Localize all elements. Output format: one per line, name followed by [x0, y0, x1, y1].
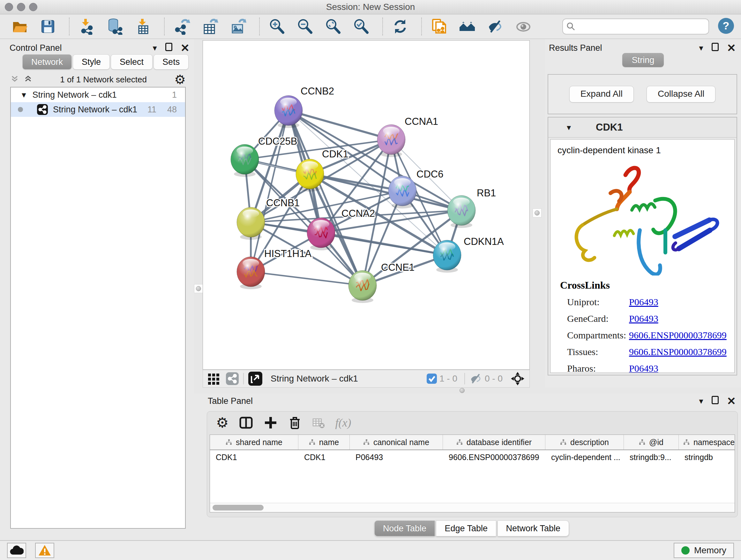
- column-header-canonical-name[interactable]: canonical name: [350, 435, 443, 449]
- collapse-all-button[interactable]: Collapse All: [647, 86, 716, 103]
- zoom-in-icon[interactable]: [268, 17, 286, 36]
- results-panel-close-icon[interactable]: ✕: [727, 44, 736, 52]
- table-horizontal-scrollbar[interactable]: [210, 503, 735, 512]
- show-all-icon[interactable]: [515, 17, 532, 36]
- network-node-CCNE1[interactable]: [348, 270, 377, 303]
- table-cell[interactable]: CDK1: [210, 450, 298, 465]
- table-options-gear-icon[interactable]: ⚙: [216, 416, 228, 429]
- gene-expander-icon[interactable]: ▾: [567, 123, 571, 132]
- results-panel-float-icon[interactable]: [712, 43, 719, 53]
- import-network-file-icon[interactable]: [78, 17, 96, 36]
- tab-node-table[interactable]: Node Table: [374, 520, 435, 537]
- network-options-gear-icon[interactable]: ⚙: [174, 73, 186, 86]
- splitter-handle[interactable]: [196, 286, 201, 291]
- network-graph[interactable]: CCNB2CCNA1CDC25BCDK1CDC6RB1CCNB1CCNA2CDK…: [203, 41, 529, 369]
- warnings-button[interactable]: [35, 543, 54, 558]
- network-node-CDK1[interactable]: [296, 159, 324, 192]
- column-header-description[interactable]: description: [545, 435, 624, 449]
- network-canvas[interactable]: CCNB2CCNA1CDC25BCDK1CDC6RB1CCNB1CCNA2CDK…: [203, 40, 530, 370]
- show-columns-icon[interactable]: [239, 415, 253, 430]
- results-panel-menu-icon[interactable]: ▾: [699, 43, 703, 53]
- tab-network[interactable]: Network: [22, 54, 72, 70]
- duplicate-network-icon[interactable]: [430, 17, 448, 36]
- network-edge-CCNB2-HIST1H1A[interactable]: [251, 111, 288, 272]
- network-overview-icon[interactable]: [226, 372, 239, 385]
- table-cell[interactable]: P06493: [350, 450, 443, 465]
- export-network-icon[interactable]: [173, 17, 191, 36]
- node-table[interactable]: shared namenamecanonical namedatabase id…: [210, 435, 735, 512]
- import-table-icon[interactable]: [134, 17, 152, 36]
- control-panel-close-icon[interactable]: ✕: [181, 44, 190, 52]
- table-cell[interactable]: 9606.ENSP00000378699: [443, 450, 545, 465]
- column-header-name[interactable]: name: [298, 435, 350, 449]
- network-node-CCNB2[interactable]: [274, 96, 302, 128]
- save-session-icon[interactable]: [39, 17, 57, 36]
- table-panel-float-icon[interactable]: [712, 396, 719, 407]
- column-header--id[interactable]: @id: [624, 435, 679, 449]
- selected-checkbox-icon[interactable]: [427, 374, 437, 384]
- scrollbar-thumb[interactable]: [212, 505, 264, 510]
- table-cell[interactable]: stringdb:9...: [624, 450, 679, 465]
- open-session-icon[interactable]: [11, 17, 29, 36]
- column-header-namespace[interactable]: namespace: [679, 435, 735, 449]
- first-neighbors-icon[interactable]: [458, 17, 476, 36]
- grid-view-icon[interactable]: [207, 372, 220, 385]
- table-cell[interactable]: stringdb: [679, 450, 735, 465]
- memory-button[interactable]: Memory: [674, 543, 734, 558]
- open-in-new-window-icon[interactable]: [248, 372, 262, 386]
- network-node-CDKN1A[interactable]: [433, 240, 461, 273]
- control-panel-menu-icon[interactable]: ▾: [152, 43, 157, 53]
- export-image-icon[interactable]: [229, 17, 247, 36]
- column-header-shared-name[interactable]: shared name: [210, 435, 298, 449]
- help-icon[interactable]: ?: [718, 17, 735, 36]
- crosslink-link[interactable]: P06493: [629, 313, 658, 324]
- bottom-splitter[interactable]: [194, 388, 741, 393]
- network-edge-CCNE1-HIST1H1A[interactable]: [251, 272, 362, 286]
- gene-section-header[interactable]: ▾ CDK1: [548, 118, 737, 138]
- refresh-icon[interactable]: [391, 17, 409, 36]
- hide-selected-icon[interactable]: [486, 17, 504, 36]
- tab-string[interactable]: String: [622, 53, 664, 67]
- tab-edge-table[interactable]: Edge Table: [436, 520, 496, 537]
- search-input[interactable]: [576, 21, 709, 32]
- crosslink-link[interactable]: P06493: [629, 297, 658, 307]
- crosslink-link[interactable]: 9606.ENSP00000378699: [629, 330, 727, 341]
- table-panel-close-icon[interactable]: ✕: [727, 397, 736, 405]
- network-node-CCNB1[interactable]: [237, 207, 265, 240]
- table-cell[interactable]: CDK1: [298, 450, 350, 465]
- right-splitter[interactable]: [530, 39, 545, 388]
- collapse-all-networks-icon[interactable]: [10, 74, 19, 84]
- birdseye-navigator-icon[interactable]: [510, 371, 525, 386]
- expand-all-networks-icon[interactable]: [23, 74, 32, 84]
- network-node-HIST1H1A[interactable]: [237, 257, 265, 289]
- delete-column-icon[interactable]: [288, 416, 302, 430]
- left-splitter[interactable]: [194, 39, 203, 388]
- zoom-selected-icon[interactable]: [352, 17, 370, 36]
- collection-expander-icon[interactable]: ▾: [22, 90, 26, 100]
- table-cell[interactable]: cyclin-dependent ...: [545, 450, 624, 465]
- tab-select[interactable]: Select: [111, 54, 152, 70]
- table-row[interactable]: CDK1CDK1P064939606.ENSP00000378699cyclin…: [210, 450, 735, 465]
- create-column-icon[interactable]: [264, 416, 278, 430]
- table-panel-menu-icon[interactable]: ▾: [699, 396, 703, 406]
- network-node-RB1[interactable]: [448, 195, 475, 228]
- zoom-fit-icon[interactable]: [324, 17, 342, 36]
- control-panel-float-icon[interactable]: [165, 43, 172, 53]
- splitter-handle[interactable]: [460, 388, 465, 393]
- network-node-CDC25B[interactable]: [231, 144, 259, 177]
- network-collection-row[interactable]: ▾ String Network – cdk1 1: [11, 87, 185, 102]
- splitter-handle[interactable]: [535, 210, 540, 215]
- tab-style[interactable]: Style: [73, 54, 110, 70]
- network-row[interactable]: String Network – cdk1 11 48: [11, 102, 185, 117]
- tab-network-table[interactable]: Network Table: [497, 520, 569, 537]
- import-network-database-icon[interactable]: [106, 17, 124, 36]
- export-table-icon[interactable]: [201, 17, 219, 36]
- expand-all-button[interactable]: Expand All: [569, 86, 634, 103]
- cloud-status-button[interactable]: [7, 543, 26, 558]
- crosslink-link[interactable]: P06493: [629, 363, 658, 373]
- zoom-out-icon[interactable]: [296, 17, 314, 36]
- tab-sets[interactable]: Sets: [153, 54, 189, 70]
- column-header-database-identifier[interactable]: database identifier: [443, 435, 545, 449]
- hidden-eye-icon[interactable]: [469, 372, 482, 385]
- crosslink-link[interactable]: 9606.ENSP00000378699: [629, 347, 727, 357]
